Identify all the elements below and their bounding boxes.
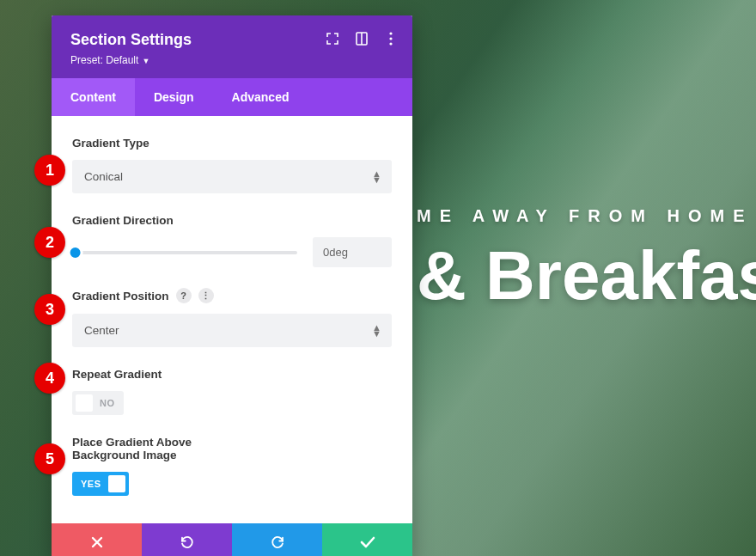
undo-button[interactable] — [142, 523, 232, 556]
svg-point-2 — [389, 32, 392, 34]
field-repeat-gradient: Repeat Gradient NO — [72, 368, 392, 415]
save-button[interactable] — [322, 523, 412, 556]
toggle-place-above[interactable]: YES — [72, 472, 129, 496]
select-gradient-type-value: Conical — [84, 170, 123, 183]
label-gradient-direction: Gradient Direction — [72, 214, 392, 227]
label-gradient-position-text: Gradient Position — [72, 290, 169, 302]
preset-label: Preset: Default — [70, 54, 138, 66]
annotation-badge-4: 4 — [34, 363, 65, 394]
panel-body: Gradient Type Conical ▲▼ Gradient Direct… — [52, 116, 412, 523]
expand-icon[interactable] — [325, 31, 340, 46]
help-icon[interactable]: ? — [176, 288, 192, 303]
label-repeat-gradient: Repeat Gradient — [72, 368, 392, 381]
field-place-above: Place Gradient Above Background Image YE… — [72, 436, 392, 496]
svg-point-4 — [389, 42, 392, 45]
select-gradient-position[interactable]: Center ▲▼ — [72, 314, 392, 347]
label-place-above-line2: Background Image — [72, 449, 392, 461]
tabs: Content Design Advanced — [52, 78, 412, 116]
tab-advanced[interactable]: Advanced — [213, 78, 308, 116]
redo-button[interactable] — [232, 523, 322, 556]
panel-footer — [52, 523, 412, 556]
field-more-icon[interactable]: ⋮ — [198, 288, 214, 303]
select-chevrons-icon: ▲▼ — [372, 325, 381, 337]
field-gradient-type: Gradient Type Conical ▲▼ — [72, 137, 392, 193]
slider-gradient-direction[interactable] — [72, 246, 297, 260]
check-icon — [360, 536, 375, 548]
redo-icon — [270, 535, 285, 550]
slider-thumb[interactable] — [68, 245, 83, 260]
select-chevrons-icon: ▲▼ — [372, 171, 381, 183]
more-icon[interactable] — [383, 31, 399, 46]
field-gradient-position: Gradient Position ? ⋮ Center ▲▼ — [72, 288, 392, 347]
tab-content[interactable]: Content — [52, 78, 135, 116]
cancel-button[interactable] — [52, 523, 142, 556]
toggle-repeat-gradient[interactable]: NO — [72, 391, 124, 415]
toggle-repeat-gradient-value: NO — [100, 398, 115, 408]
toggle-place-above-value: YES — [81, 479, 101, 489]
annotation-badge-5: 5 — [34, 443, 65, 474]
field-gradient-direction: Gradient Direction 0deg — [72, 214, 392, 267]
annotation-badge-2: 2 — [34, 227, 65, 258]
caret-down-icon: ▼ — [142, 57, 149, 65]
slider-track — [72, 251, 297, 254]
toggle-knob — [76, 394, 93, 412]
annotation-badge-3: 3 — [34, 294, 65, 325]
label-place-above: Place Gradient Above Background Image — [72, 436, 392, 461]
select-gradient-position-value: Center — [84, 324, 119, 337]
label-gradient-position: Gradient Position ? ⋮ — [72, 288, 392, 303]
svg-point-3 — [389, 37, 392, 40]
header-icons — [325, 31, 399, 46]
select-gradient-type[interactable]: Conical ▲▼ — [72, 160, 392, 193]
toggle-knob — [108, 475, 125, 492]
label-gradient-type: Gradient Type — [72, 137, 392, 150]
input-gradient-direction[interactable]: 0deg — [313, 237, 392, 267]
close-icon — [91, 536, 103, 548]
preset-selector[interactable]: Preset: Default▼ — [70, 54, 393, 66]
label-place-above-line1: Place Gradient Above — [72, 436, 392, 449]
settings-panel: Section Settings Preset: Default▼ — [52, 15, 412, 556]
tab-design[interactable]: Design — [135, 78, 213, 116]
responsive-icon[interactable] — [354, 31, 369, 46]
panel-header: Section Settings Preset: Default▼ — [52, 15, 412, 78]
annotation-badge-1: 1 — [34, 155, 65, 186]
undo-icon — [180, 535, 195, 550]
